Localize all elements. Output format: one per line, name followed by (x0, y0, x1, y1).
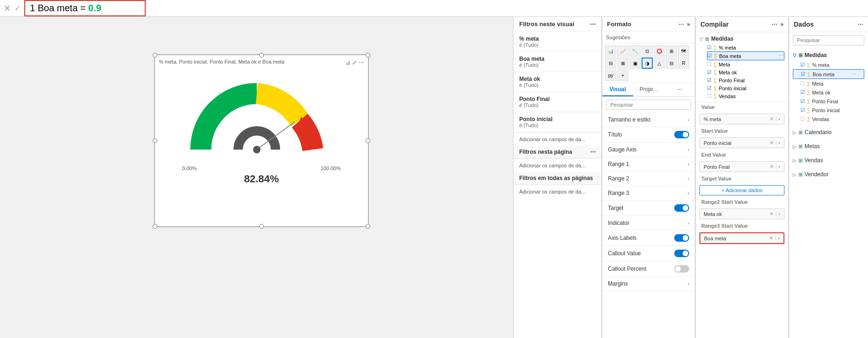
resize-handle-tl[interactable] (153, 53, 157, 58)
compile-expand-icon[interactable]: » (780, 21, 783, 28)
value-box-ponto-inicial-x[interactable]: ✕ (769, 140, 774, 146)
resize-handle-br[interactable] (366, 224, 370, 229)
format-section-indicator[interactable]: Indicator › (602, 216, 695, 230)
filter-visual-more[interactable]: ⋯ (590, 21, 596, 28)
data-item-meta-ok[interactable]: ☑ ∑ Meta ok (793, 88, 864, 97)
format-section-target[interactable]: Target (602, 201, 695, 216)
value-box-meta-ok-x[interactable]: ✕ (769, 211, 774, 217)
data-item-ponto-final[interactable]: ☑ ∑ Ponto Final (793, 97, 864, 106)
resize-handle-tm[interactable] (259, 53, 264, 58)
value-box-ponto-final-arrow[interactable]: › (778, 164, 780, 170)
filter-add-fields-btn[interactable]: Adicionar os campos de da... (514, 132, 601, 146)
data-item-vendas-measure[interactable]: ☐ ∑ Vendas (793, 115, 864, 123)
data-item-boa-meta-more[interactable]: ⋯ (852, 72, 856, 77)
resize-handle-tr[interactable] (366, 53, 370, 58)
filter-all-add-btn[interactable]: Adicionar os campos de da... (514, 185, 601, 198)
more-icon[interactable]: ⋯ (359, 59, 364, 66)
format-section-titulo[interactable]: Título (602, 127, 695, 143)
filter-item-ponto-final[interactable]: Ponto Final é (Tudo) (514, 92, 601, 112)
format-section-range2-label: Range 2 (608, 175, 629, 182)
format-search-input[interactable] (606, 100, 691, 110)
vis-icons-grid: 📊 📈 📉 ⊡ ⭕ ⊞ 🗺 ⊟ ⊠ ▣ ◑ △ ⊟ R py + (602, 43, 695, 83)
vis-icon-py[interactable]: py (605, 70, 616, 81)
vis-icon-gauge[interactable]: ◑ (642, 58, 653, 69)
filter-page-add-btn[interactable]: Adicionar os campos de da... (514, 158, 601, 172)
data-group-medidas-header[interactable]: ▽ ⊞ Medidas (793, 50, 864, 60)
compile-more-icon[interactable]: ⋯ (772, 21, 777, 28)
data-group-metas-header[interactable]: ▷ ⊞ Metas (793, 141, 864, 151)
value-box-meta-ok-arrow[interactable]: › (778, 211, 780, 217)
toggle-callout-percent[interactable] (674, 265, 689, 273)
format-section-margins[interactable]: Margins › (602, 277, 695, 291)
data-item-meta[interactable]: ☐ ∑ Meta (793, 79, 864, 88)
close-icon[interactable]: ✕ (4, 3, 11, 14)
expand-icon[interactable]: ⤢ (352, 59, 357, 66)
format-more-icon[interactable]: ⋯ (678, 21, 684, 28)
vis-icon-table[interactable]: ⊟ (605, 58, 616, 69)
format-section-range1[interactable]: Range 1 › (602, 157, 695, 172)
compile-item-percent-meta: ☑ ∑ % meta (707, 43, 784, 51)
value-box-percent-meta-arrow[interactable]: › (778, 116, 780, 122)
tab-properties[interactable]: Propr... (633, 83, 664, 96)
format-section-axis-labels[interactable]: Axis Labels (602, 230, 695, 246)
filter-item-percent-meta[interactable]: % meta é (Tudo) (514, 32, 601, 52)
data-search-input[interactable] (793, 35, 864, 45)
filter-page-more[interactable]: ⋯ (590, 149, 596, 155)
compile-item-boa-meta-more[interactable]: ⋯ (779, 53, 784, 59)
filter-item-ponto-inicial[interactable]: Ponto inicial é (Tudo) (514, 112, 601, 132)
vis-icon-matrix[interactable]: ⊠ (617, 58, 628, 69)
vis-icon-line[interactable]: 📈 (617, 45, 628, 57)
data-group-calendario-header[interactable]: ▷ ⊞ Calendario (793, 127, 864, 137)
value-box-ponto-inicial-arrow[interactable]: › (778, 140, 780, 146)
vis-icon-custom[interactable]: + (617, 70, 628, 81)
resize-handle-ml[interactable] (153, 138, 157, 143)
filter-item-meta-ok[interactable]: Meta ok é (Tudo) (514, 72, 601, 92)
format-section-gauge-axis[interactable]: Gauge Axis › (602, 143, 695, 157)
vis-icon-r[interactable]: R (678, 58, 689, 69)
compile-item-ponto-inicial-label: Ponto inicial (719, 86, 746, 91)
toggle-target[interactable] (674, 204, 689, 212)
vis-icon-slicer[interactable]: ⊟ (666, 58, 677, 69)
toggle-titulo[interactable] (674, 131, 689, 138)
toggle-axis-labels[interactable] (674, 234, 689, 242)
resize-handle-mr[interactable] (366, 138, 370, 143)
value-box-percent-meta-x[interactable]: ✕ (769, 116, 774, 122)
value-box-ponto-final-x[interactable]: ✕ (769, 164, 774, 170)
format-section-callout-percent[interactable]: Callout Percent (602, 261, 695, 277)
format-section-tamanho[interactable]: Tamanho e estilo › (602, 113, 695, 127)
value-box-boa-meta-arrow[interactable]: › (778, 235, 780, 241)
gauge-value: 82.84% (244, 173, 279, 185)
vis-icon-map[interactable]: 🗺 (678, 45, 689, 57)
compile-title: Compilar (700, 21, 729, 28)
vis-icon-scatter[interactable]: ⊡ (642, 45, 653, 57)
toggle-callout-value[interactable] (674, 250, 689, 257)
vis-icon-bar[interactable]: 📊 (605, 45, 616, 57)
data-item-boa-meta[interactable]: ☑ ∑ Boa meta ⋯ (793, 69, 864, 79)
format-section-callout-value[interactable]: Callout Value (602, 246, 695, 261)
filter-all-title: Filtros em todas as páginas (519, 175, 593, 181)
format-section-range2[interactable]: Range 2 › (602, 172, 695, 186)
vis-icon-kpi[interactable]: △ (654, 58, 665, 69)
resize-handle-bm[interactable] (259, 224, 264, 229)
data-item-percent-meta[interactable]: ☑ ∑ % meta (793, 60, 864, 69)
compile-medidas-header[interactable]: ▽ ⊞ Medidas (699, 34, 784, 43)
data-panel-more[interactable]: ⋯ (858, 21, 863, 28)
data-group-vendas-header[interactable]: ▷ ⊞ Vendas (793, 155, 864, 165)
check-icon[interactable]: ✓ (14, 4, 21, 13)
chevron-gauge-axis: › (688, 147, 689, 152)
tab-visual[interactable]: Visual (602, 83, 633, 96)
add-target-data-btn[interactable]: + Adicionar dados (699, 185, 784, 195)
vis-icon-area[interactable]: 📉 (629, 45, 641, 57)
vis-icon-treemap[interactable]: ⊞ (666, 45, 677, 57)
filter-icon[interactable]: ⊿ (346, 59, 350, 66)
value-box-boa-meta-x[interactable]: ✕ (769, 235, 773, 241)
vis-icon-pie[interactable]: ⭕ (654, 45, 665, 57)
resize-handle-bl[interactable] (153, 224, 157, 229)
format-section-range3[interactable]: Range 3 › (602, 186, 695, 201)
data-group-vendedor-header[interactable]: ▷ ⊞ Vendedor (793, 169, 864, 180)
data-item-ponto-inicial[interactable]: ☑ ∑ Ponto inicial (793, 106, 864, 115)
vis-icon-card[interactable]: ▣ (629, 58, 641, 69)
format-expand-icon[interactable]: » (687, 21, 690, 28)
tab-more[interactable]: ⋯ (664, 83, 695, 96)
filter-item-boa-meta[interactable]: Boa meta é (Tudo) (514, 52, 601, 72)
